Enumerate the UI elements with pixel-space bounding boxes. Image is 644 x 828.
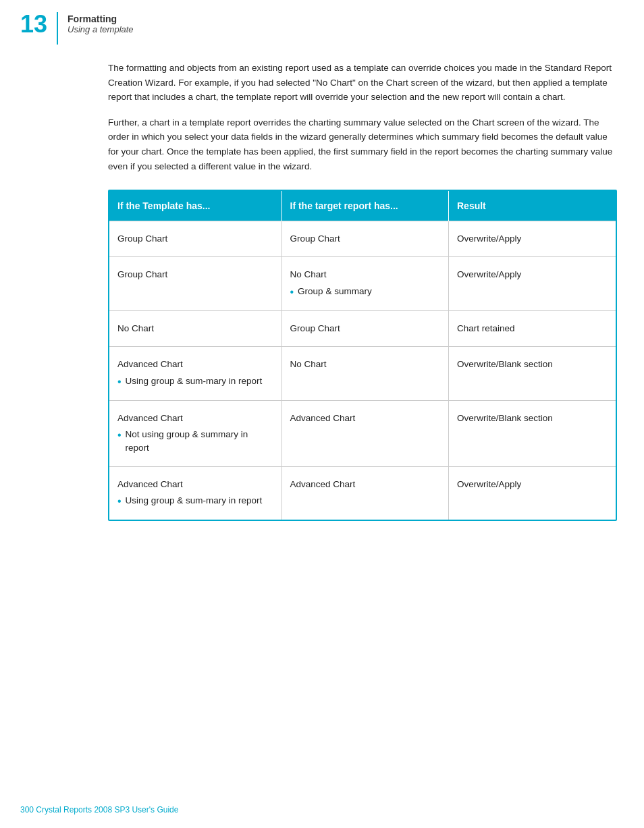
main-content: The formatting and objects from an exist… <box>108 61 617 521</box>
page-footer: 300 Crystal Reports 2008 SP3 User's Guid… <box>20 805 624 815</box>
cell-result-4: Overwrite/Blank section <box>449 400 616 466</box>
header-line2: Using a template <box>68 24 134 34</box>
cell-template-0: Group Chart <box>109 221 281 257</box>
header-text: Formatting Using a template <box>68 12 134 34</box>
table-container: If the Template has... If the target rep… <box>108 190 617 521</box>
cell-result-5: Overwrite/Apply <box>449 466 616 520</box>
bullet-text: Using group & sum-mary in report <box>126 494 263 507</box>
chart-table: If the Template has... If the target rep… <box>109 191 616 520</box>
cell-result-0: Overwrite/Apply <box>449 221 616 257</box>
cell-main-text: Advanced Chart <box>117 478 273 491</box>
footer-text: 300 Crystal Reports 2008 SP3 User's Guid… <box>20 805 178 815</box>
header-line1: Formatting <box>68 13 134 24</box>
table-row: Group ChartGroup ChartOverwrite/Apply <box>109 221 616 257</box>
cell-main-text: Advanced Chart <box>117 412 273 425</box>
table-row: Group ChartNo Chart•Group & summaryOverw… <box>109 257 616 311</box>
cell-target-2: Group Chart <box>281 311 449 347</box>
header-divider <box>57 12 58 45</box>
bullet-text: Group & summary <box>298 285 372 298</box>
table-row: Advanced Chart•Using group & sum-mary in… <box>109 347 616 401</box>
bullet-text: Using group & sum-mary in report <box>126 375 263 388</box>
cell-target-3: No Chart <box>281 347 449 401</box>
cell-template-3: Advanced Chart•Using group & sum-mary in… <box>109 347 281 401</box>
table-row: Advanced Chart•Not using group & summary… <box>109 400 616 466</box>
bullet-dot: • <box>117 494 122 509</box>
col-header-target: If the target report has... <box>281 191 449 221</box>
bullet-dot: • <box>117 375 122 389</box>
cell-target-4: Advanced Chart <box>281 400 449 466</box>
page-header: 13 Formatting Using a template <box>20 12 134 45</box>
cell-template-1: Group Chart <box>109 257 281 311</box>
bullet-text: Not using group & summary in report <box>126 428 273 456</box>
cell-target-5: Advanced Chart <box>281 466 449 520</box>
table-row: Advanced Chart•Using group & sum-mary in… <box>109 466 616 520</box>
bullet-dot: • <box>290 285 294 300</box>
bullet-item: •Using group & sum-mary in report <box>117 494 273 509</box>
cell-result-2: Chart retained <box>449 311 616 347</box>
col-header-template: If the Template has... <box>109 191 281 221</box>
cell-result-3: Overwrite/Blank section <box>449 347 616 401</box>
col-header-result: Result <box>449 191 616 221</box>
cell-result-1: Overwrite/Apply <box>449 257 616 311</box>
cell-template-2: No Chart <box>109 311 281 347</box>
table-header-row: If the Template has... If the target rep… <box>109 191 616 221</box>
table-row: No ChartGroup ChartChart retained <box>109 311 616 347</box>
cell-main-text: Advanced Chart <box>117 358 273 371</box>
paragraph-2: Further, a chart in a template report ov… <box>108 115 617 173</box>
cell-template-4: Advanced Chart•Not using group & summary… <box>109 400 281 466</box>
bullet-item: •Group & summary <box>290 285 441 300</box>
cell-main-text: No Chart <box>290 268 441 281</box>
bullet-dot: • <box>117 428 122 443</box>
chapter-number: 13 <box>20 12 47 36</box>
cell-target-0: Group Chart <box>281 221 449 257</box>
cell-target-1: No Chart•Group & summary <box>281 257 449 311</box>
paragraph-1: The formatting and objects from an exist… <box>108 61 617 105</box>
cell-template-5: Advanced Chart•Using group & sum-mary in… <box>109 466 281 520</box>
bullet-item: •Using group & sum-mary in report <box>117 375 273 389</box>
bullet-item: •Not using group & summary in report <box>117 428 273 456</box>
